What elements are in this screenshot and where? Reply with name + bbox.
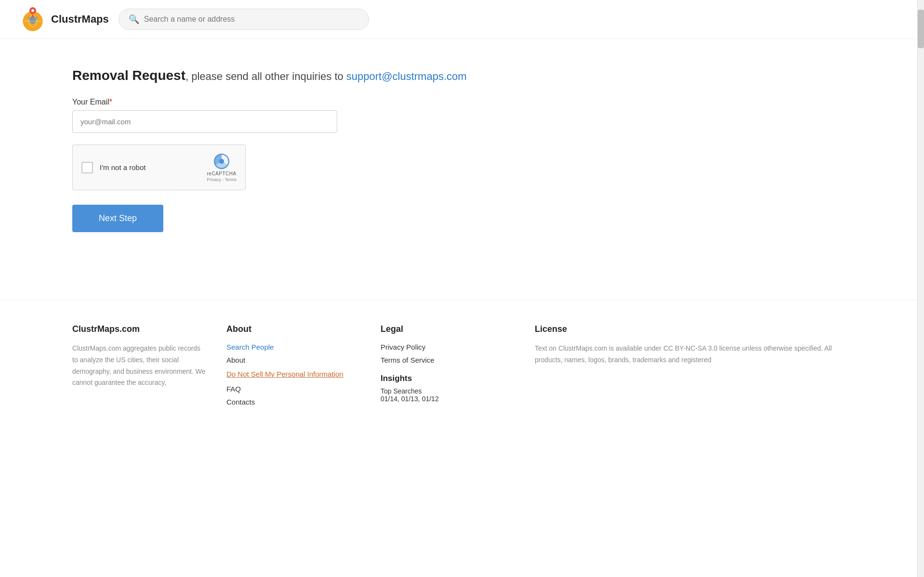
footer-insights-text: Top Searches 01/14, 01/13, 01/12	[381, 387, 515, 403]
support-email-link[interactable]: support@clustrmaps.com	[346, 70, 467, 82]
recaptcha-label: I'm not a robot	[100, 163, 145, 171]
scrollbar[interactable]	[917, 0, 924, 577]
main-content: Removal Request, please send all other i…	[0, 39, 906, 261]
required-indicator: *	[109, 98, 112, 106]
footer-col-clustrmaps: ClustrMaps.com ClustrMaps.com aggregates…	[72, 324, 207, 411]
footer-link-search-people[interactable]: Search People	[226, 343, 361, 351]
recaptcha-branding: reCAPTCHA Privacy - Terms	[207, 153, 237, 182]
svg-point-5	[31, 9, 34, 12]
header: ClustrMaps 🔍	[0, 0, 924, 39]
footer-link-about[interactable]: About	[226, 356, 361, 364]
footer-link-terms[interactable]: Terms of Service	[381, 356, 515, 364]
scrollbar-thumb[interactable]	[918, 10, 924, 48]
search-icon: 🔍	[129, 14, 139, 25]
logo-icon	[19, 6, 46, 33]
footer-insights-title: Insights	[381, 374, 515, 383]
footer-link-contacts[interactable]: Contacts	[226, 398, 361, 406]
footer-col1-text: ClustrMaps.com aggregates public records…	[72, 343, 207, 389]
footer-col3-title: Legal	[381, 324, 515, 334]
recaptcha-left: I'm not a robot	[81, 162, 145, 173]
recaptcha-logo-icon	[213, 153, 230, 170]
footer-col-legal: Legal Privacy Policy Terms of Service In…	[381, 324, 515, 411]
email-field[interactable]	[72, 110, 337, 133]
footer-col-license: License Text on ClustrMaps.com is availa…	[535, 324, 852, 411]
search-input[interactable]	[144, 15, 359, 24]
email-label: Your Email*	[72, 98, 833, 106]
footer-link-do-not-sell[interactable]: Do Not Sell My Personal Information	[226, 369, 361, 380]
recaptcha-brand-text: reCAPTCHA	[207, 171, 236, 176]
footer-col4-title: License	[535, 324, 852, 334]
footer-col2-title: About	[226, 324, 361, 334]
logo-link[interactable]: ClustrMaps	[19, 6, 109, 33]
footer-link-privacy-policy[interactable]: Privacy Policy	[381, 343, 515, 351]
footer-col4-text: Text on ClustrMaps.com is available unde…	[535, 343, 852, 366]
form-section: Your Email* I'm not a robot reCAPTCHA Pr…	[72, 98, 833, 232]
footer-col1-title: ClustrMaps.com	[72, 324, 207, 334]
logo-text: ClustrMaps	[51, 13, 109, 26]
footer-link-faq[interactable]: FAQ	[226, 385, 361, 393]
footer: ClustrMaps.com ClustrMaps.com aggregates…	[0, 300, 924, 435]
svg-point-7	[219, 159, 224, 164]
footer-col-about: About Search People About Do Not Sell My…	[226, 324, 361, 411]
recaptcha-widget[interactable]: I'm not a robot reCAPTCHA Privacy - Term…	[72, 144, 246, 190]
recaptcha-policy-links: Privacy - Terms	[207, 177, 237, 182]
next-step-button[interactable]: Next Step	[72, 205, 163, 232]
recaptcha-checkbox[interactable]	[81, 162, 93, 173]
page-title: Removal Request, please send all other i…	[72, 68, 833, 83]
search-bar[interactable]: 🔍	[119, 9, 369, 30]
